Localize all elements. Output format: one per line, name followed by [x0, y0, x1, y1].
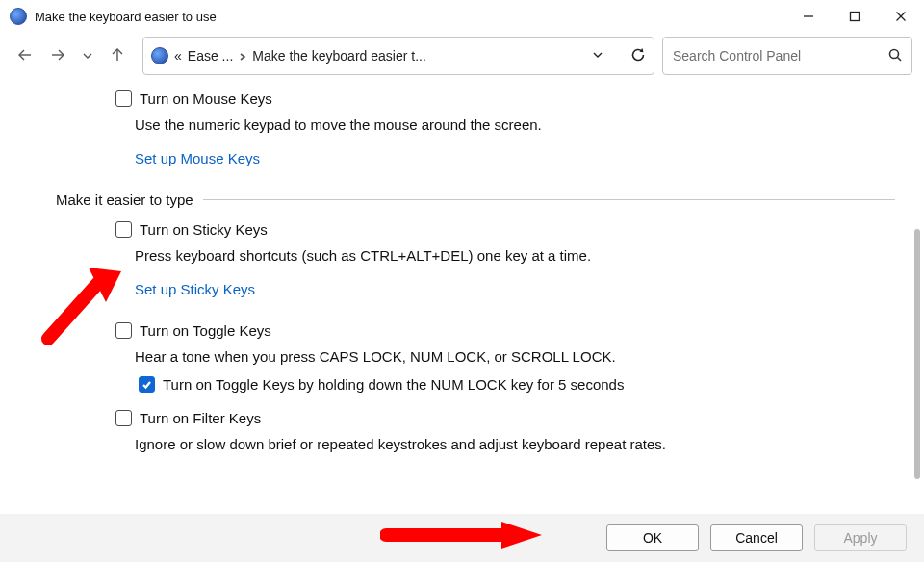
search-placeholder: Search Control Panel — [673, 48, 801, 64]
toggle-keys-desc: Hear a tone when you press CAPS LOCK, NU… — [135, 348, 895, 365]
mouse-keys-checkbox[interactable] — [116, 90, 132, 107]
section-heading-label: Make it easier to type — [56, 192, 193, 208]
cancel-button-label: Cancel — [735, 530, 778, 546]
toggle-keys-numlock-checkbox[interactable] — [139, 376, 155, 393]
recent-dropdown-icon[interactable] — [83, 48, 92, 64]
maximize-button[interactable] — [832, 0, 878, 33]
app-icon — [10, 8, 27, 25]
breadcrumb-part2[interactable]: Make the keyboard easier t... — [252, 48, 426, 64]
dialog-button-bar: OK Cancel Apply — [0, 514, 924, 562]
sticky-keys-label: Turn on Sticky Keys — [140, 221, 268, 238]
up-icon[interactable] — [110, 47, 125, 65]
title-bar: Make the keyboard easier to use — [0, 0, 924, 33]
svg-point-7 — [890, 49, 899, 58]
filter-keys-desc: Ignore or slow down brief or repeated ke… — [135, 436, 751, 452]
sticky-keys-desc: Press keyboard shortcuts (such as CTRL+A… — [135, 247, 895, 264]
toggle-keys-checkbox[interactable] — [116, 322, 132, 339]
sticky-keys-checkbox[interactable] — [116, 221, 132, 238]
chevron-right-icon — [239, 48, 246, 64]
apply-button-label: Apply — [843, 530, 877, 546]
address-bar[interactable]: « Ease ... Make the keyboard easier t... — [142, 37, 654, 75]
breadcrumb-part1[interactable]: Ease ... — [188, 48, 233, 64]
search-icon — [888, 48, 902, 64]
address-dropdown-icon[interactable] — [592, 48, 603, 64]
back-icon[interactable] — [17, 47, 33, 65]
toggle-keys-label: Turn on Toggle Keys — [140, 322, 271, 339]
svg-line-8 — [898, 57, 902, 61]
location-icon — [151, 47, 168, 64]
navigation-bar: « Ease ... Make the keyboard easier t...… — [0, 33, 924, 85]
svg-rect-1 — [851, 13, 860, 21]
scrollbar-thumb[interactable] — [914, 229, 920, 479]
mouse-keys-link[interactable]: Set up Mouse Keys — [135, 150, 260, 166]
window-title: Make the keyboard easier to use — [35, 10, 217, 24]
minimize-button[interactable] — [785, 0, 832, 33]
close-button[interactable] — [878, 0, 924, 33]
filter-keys-label: Turn on Filter Keys — [140, 410, 261, 426]
mouse-keys-desc: Use the numeric keypad to move the mouse… — [135, 116, 895, 133]
mouse-keys-label: Turn on Mouse Keys — [140, 90, 272, 107]
apply-button: Apply — [814, 524, 907, 551]
content-area: Turn on Mouse Keys Use the numeric keypa… — [0, 87, 924, 514]
forward-icon[interactable] — [50, 47, 65, 65]
ok-button-label: OK — [643, 530, 662, 546]
sticky-keys-link[interactable]: Set up Sticky Keys — [135, 281, 255, 297]
section-heading-type: Make it easier to type — [56, 192, 895, 208]
ok-button[interactable]: OK — [606, 524, 699, 551]
filter-keys-checkbox[interactable] — [116, 410, 132, 426]
refresh-icon[interactable] — [630, 47, 646, 65]
divider — [203, 199, 895, 200]
breadcrumb-prefix: « — [174, 48, 182, 64]
cancel-button[interactable]: Cancel — [710, 524, 803, 551]
search-input[interactable]: Search Control Panel — [662, 37, 912, 75]
toggle-keys-numlock-label: Turn on Toggle Keys by holding down the … — [163, 376, 624, 393]
